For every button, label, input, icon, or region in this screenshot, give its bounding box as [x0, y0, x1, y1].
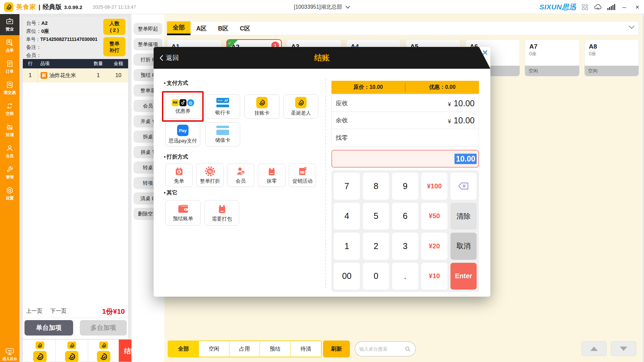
modal-close-button[interactable]: ×	[482, 48, 488, 58]
key-5[interactable]: 5	[363, 203, 389, 230]
tabbar-chevron-down-icon[interactable]	[629, 25, 635, 29]
price-summary-bar: 原价：10.00 优惠：0.00	[331, 81, 479, 94]
guest-count-button[interactable]: 人数 ( 2 )	[103, 19, 125, 35]
item-amount: 10	[109, 72, 128, 78]
add-single-table-button[interactable]: 单台加项	[24, 320, 73, 336]
reprint-order-button[interactable]: 整单 补打	[103, 37, 125, 56]
checkout-modal: 结账 返回 × 支付方式 美团 优惠券 银行卡 挂账卡	[154, 47, 490, 297]
scroll-up-button[interactable]	[581, 341, 606, 356]
tendered-amount-input[interactable]: 10.00	[331, 150, 479, 168]
filter-all[interactable]: 全部	[168, 341, 199, 357]
member-label: 会员：	[26, 52, 41, 58]
key-00[interactable]: 00	[334, 263, 360, 290]
key-6[interactable]: 6	[392, 203, 418, 230]
discount-round-off[interactable]: 抹零	[258, 164, 285, 187]
status-badge: 空闲	[585, 66, 639, 76]
cloud-sync-icon[interactable]	[594, 3, 602, 11]
clear-key[interactable]: 清除	[450, 203, 477, 230]
sidebar-item-members[interactable]: 会员	[0, 141, 19, 162]
key-cash-10[interactable]: ¥10	[421, 263, 447, 290]
key-7[interactable]: 7	[334, 173, 360, 200]
table-card-a8[interactable]: A8 0座 空闲	[584, 39, 639, 76]
pos-app-window: 美食家 | 经典版 3.0.99.2 2025-08-27 11:13:47 […	[0, 0, 644, 362]
key-dot[interactable]: .	[392, 263, 418, 290]
other-need-takeout[interactable]: 需要打包	[205, 200, 239, 226]
apps-grid-icon[interactable]	[581, 3, 589, 11]
quick-pay-cell[interactable]	[24, 340, 56, 362]
tab-all-zones[interactable]: 全部	[167, 21, 191, 35]
refresh-button[interactable]: 刷新	[323, 341, 350, 357]
discount-section-title: 打折方式	[164, 154, 188, 161]
bag-icon	[267, 166, 277, 176]
scroll-down-button[interactable]	[611, 341, 636, 356]
key-1[interactable]: 1	[334, 233, 360, 260]
filter-occupied[interactable]: 占用	[229, 341, 260, 357]
backspace-key[interactable]	[450, 173, 477, 200]
sidebar-item-sold-out[interactable]: 沽清	[0, 120, 19, 141]
sidebar-item-order-taking[interactable]: 点单	[0, 35, 19, 56]
chevron-down-icon	[345, 6, 350, 9]
discount-member[interactable]: v 会员	[227, 164, 254, 187]
key-cash-20[interactable]: ¥20	[421, 233, 447, 260]
key-9[interactable]: 9	[392, 173, 418, 200]
seats-label: 席位：	[26, 28, 41, 34]
tab-zone-a[interactable]: A区	[191, 21, 212, 35]
filter-pre-settled[interactable]: 预结	[260, 341, 290, 357]
table-no-value: A2	[41, 20, 48, 26]
bill-no-value: TF14250827111147030001	[40, 37, 98, 42]
payment-credit-account-card[interactable]: 挂账卡	[245, 95, 279, 119]
minimize-button[interactable]: –	[620, 3, 628, 11]
payment-santa[interactable]: 圣诞老人	[283, 95, 318, 119]
enter-key[interactable]: Enter	[450, 263, 477, 290]
col-qty: 数量	[88, 61, 109, 67]
kitchen-badge: 厨	[41, 72, 47, 79]
filter-free[interactable]: 空闲	[199, 341, 229, 357]
app-title: 美食家	[16, 3, 36, 11]
discount-free-order[interactable]: 免 免单	[165, 164, 193, 187]
discount-whole-order[interactable]: % 整单打折	[196, 164, 224, 187]
action-whole-order-fire[interactable]: 整单即起	[133, 23, 162, 35]
title-separator: |	[39, 4, 40, 11]
key-8[interactable]: 8	[363, 173, 389, 200]
store-selector[interactable]: [10033951]湖北总部	[294, 0, 350, 14]
tab-zone-c[interactable]: C区	[234, 21, 256, 35]
cancel-key[interactable]: 取消	[450, 233, 477, 260]
sidebar-item-transactions[interactable]: 查交易	[0, 77, 19, 99]
discount-promotion[interactable]: SALE 促销活动	[289, 164, 316, 187]
payment-bank-card[interactable]: 银行卡	[205, 95, 240, 119]
key-2[interactable]: 2	[363, 233, 389, 260]
key-4[interactable]: 4	[334, 203, 360, 230]
quick-pay-cell[interactable]	[56, 340, 88, 362]
payment-coupon[interactable]: 美团 优惠券	[165, 95, 200, 119]
add-multi-table-button[interactable]: 多台加项	[80, 320, 127, 336]
key-cash-50[interactable]: ¥50	[421, 203, 447, 230]
key-cash-100[interactable]: ¥100	[421, 173, 447, 200]
order-info-block: 台号：A2 席位：0座 单号：TF14250827111147030001 备注…	[23, 16, 128, 59]
discount-amount: 0.00	[445, 84, 455, 90]
key-3[interactable]: 3	[392, 233, 418, 260]
sidebar-item-settings[interactable]: 设置	[0, 183, 19, 204]
back-button[interactable]: 返回	[160, 47, 179, 69]
prev-page-button[interactable]: 上一页	[26, 308, 42, 315]
enter-backstage-button[interactable]: 进入后台	[0, 348, 19, 361]
sidebar-item-business[interactable]: 营业	[0, 14, 19, 35]
app-edition: 经典版	[43, 3, 62, 11]
payment-sixun-pay[interactable]: Pay 思迅pay支付	[165, 122, 200, 146]
next-page-button[interactable]: 下一页	[50, 308, 66, 315]
other-pre-settle-bill[interactable]: 预结账单	[165, 200, 201, 226]
search-input[interactable]	[359, 346, 403, 352]
sidebar-item-shift[interactable]: 交班	[0, 99, 19, 120]
order-row[interactable]: 1 厨 油炸花生米 1 10	[23, 68, 128, 82]
quick-pay-cell[interactable]	[88, 340, 119, 362]
close-window-button[interactable]: ×	[633, 3, 641, 11]
tab-zone-b[interactable]: B区	[212, 21, 234, 35]
douyin-icon	[179, 99, 186, 106]
sidebar-item-orders[interactable]: 订单	[0, 56, 19, 77]
filter-to-clear[interactable]: 待清	[290, 341, 321, 357]
store-name: [10033951]湖北总部	[294, 4, 342, 11]
key-0[interactable]: 0	[363, 263, 389, 290]
col-line: 行	[23, 61, 38, 67]
sidebar-item-management[interactable]: 管理	[0, 162, 19, 183]
payment-stored-value-card[interactable]: 储值卡	[205, 122, 240, 146]
table-card-a7[interactable]: A7 0座 空闲	[525, 39, 580, 76]
